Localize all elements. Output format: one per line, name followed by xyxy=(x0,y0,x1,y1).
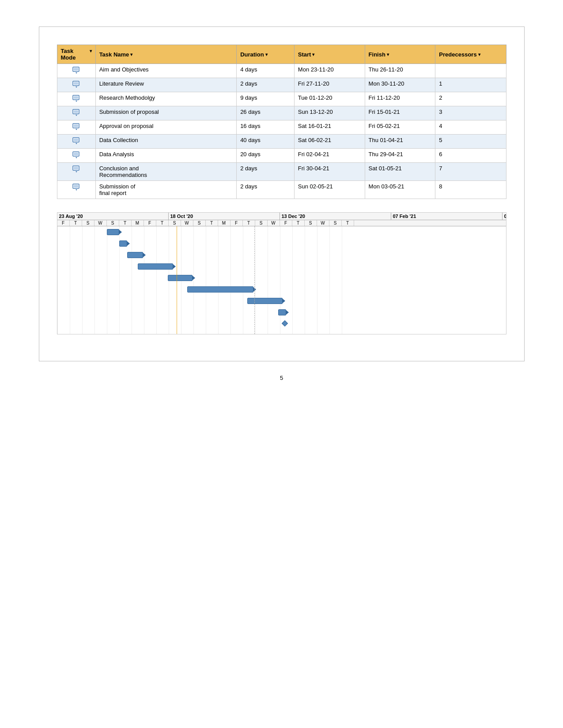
gantt-dotted-line xyxy=(254,226,255,334)
task-predecessors-cell: 2 xyxy=(435,92,506,106)
task-duration-cell: 2 days xyxy=(237,181,295,199)
task-name-cell: Submission of proposal xyxy=(95,106,237,120)
svg-marker-25 xyxy=(76,189,77,191)
task-predecessors-cell: 4 xyxy=(435,120,506,135)
task-mode-cell xyxy=(57,181,95,199)
start-sort-icon: ▾ xyxy=(312,52,314,57)
gantt-day-cell: T xyxy=(156,220,169,226)
page-number: 5 xyxy=(280,375,283,381)
task-mode-icon xyxy=(72,183,81,191)
page-wrapper: Task Mode ▾ Task Name ▾ Duration ▾ xyxy=(39,26,525,361)
gantt-arrow xyxy=(286,310,289,315)
gantt-bar xyxy=(187,286,253,293)
col-header-task-name[interactable]: Task Name ▾ xyxy=(95,45,237,64)
task-finish-cell: Thu 01-04-21 xyxy=(365,135,435,149)
svg-marker-1 xyxy=(76,72,77,74)
gantt-row xyxy=(57,249,354,261)
gantt-bar xyxy=(119,240,127,247)
task-mode-icon xyxy=(72,80,81,88)
task-finish-cell: Thu 26-11-20 xyxy=(365,64,435,78)
svg-marker-22 xyxy=(76,171,77,173)
gantt-bar xyxy=(107,229,119,235)
gantt-day-cell: S xyxy=(169,220,181,226)
svg-marker-13 xyxy=(76,129,77,130)
gantt-day-cell: T xyxy=(243,220,255,226)
task-mode-cell xyxy=(57,78,95,92)
task-predecessors-cell: 3 xyxy=(435,106,506,120)
gantt-month-cell: 18 Oct '20 xyxy=(169,213,280,220)
task-predecessors-cell: 6 xyxy=(435,149,506,163)
task-predecessors-cell: 5 xyxy=(435,135,506,149)
gantt-bar xyxy=(168,275,193,281)
task-mode-icon xyxy=(72,137,81,145)
svg-rect-20 xyxy=(74,153,78,155)
gantt-arrow xyxy=(143,253,146,257)
svg-rect-2 xyxy=(74,68,78,71)
svg-marker-4 xyxy=(76,86,77,88)
gantt-arrow xyxy=(283,299,285,303)
task-mode-label: Task Mode xyxy=(61,48,88,61)
gantt-day-cell: S xyxy=(255,220,268,226)
task-table: Task Mode ▾ Task Name ▾ Duration ▾ xyxy=(57,45,506,199)
gantt-month-row: 23 Aug '2018 Oct '2013 Dec '2007 Feb '21… xyxy=(57,213,506,220)
task-duration-cell: 40 days xyxy=(237,135,295,149)
gantt-day-cell: S xyxy=(82,220,94,226)
task-name-cell: Data Analysis xyxy=(95,149,237,163)
task-start-cell: Sun 02-05-21 xyxy=(294,181,365,199)
start-label: Start xyxy=(298,51,311,58)
svg-rect-26 xyxy=(74,185,78,188)
gantt-day-cell: S xyxy=(305,220,317,226)
gantt-day-cell: S xyxy=(329,220,342,226)
gantt-day-cell: T xyxy=(342,220,354,226)
gantt-day-cell: S xyxy=(107,220,119,226)
task-start-cell: Sat 06-02-21 xyxy=(294,135,365,149)
gantt-day-cell: F xyxy=(144,220,156,226)
gantt-day-cell: T xyxy=(292,220,305,226)
task-mode-cell xyxy=(57,120,95,135)
finish-label: Finish xyxy=(369,51,385,58)
task-finish-cell: Fri 11-12-20 xyxy=(365,92,435,106)
task-mode-cell xyxy=(57,106,95,120)
col-header-duration[interactable]: Duration ▾ xyxy=(237,45,295,64)
gantt-bar xyxy=(138,263,173,270)
gantt-arrow xyxy=(127,241,130,246)
gantt-day-cell: F xyxy=(280,220,292,226)
gantt-day-cell: M xyxy=(218,220,230,226)
svg-marker-10 xyxy=(76,115,77,116)
col-header-task-mode[interactable]: Task Mode ▾ xyxy=(57,45,95,64)
task-name-cell: Approval on proposal xyxy=(95,120,237,135)
svg-rect-11 xyxy=(74,110,78,113)
gantt-arrow xyxy=(173,264,176,269)
task-predecessors-cell xyxy=(435,64,506,78)
col-header-predecessors[interactable]: Predecessors ▾ xyxy=(435,45,506,64)
gantt-day-cell: F xyxy=(230,220,243,226)
task-mode-icon xyxy=(72,165,81,173)
task-predecessors-cell: 1 xyxy=(435,78,506,92)
task-mode-icon xyxy=(72,66,81,74)
svg-rect-14 xyxy=(74,124,78,127)
gantt-body xyxy=(57,226,354,334)
gantt-day-cell: W xyxy=(181,220,193,226)
svg-rect-17 xyxy=(74,139,78,141)
today-line xyxy=(177,226,177,334)
gantt-day-cell: W xyxy=(94,220,107,226)
col-header-start[interactable]: Start ▾ xyxy=(294,45,365,64)
task-name-cell: Research Methodolgy xyxy=(95,92,237,106)
task-predecessors-cell: 7 xyxy=(435,163,506,181)
duration-label: Duration xyxy=(240,51,264,58)
svg-marker-16 xyxy=(76,143,77,144)
col-header-finish[interactable]: Finish ▾ xyxy=(365,45,435,64)
task-name-cell: Data Collection xyxy=(95,135,237,149)
task-mode-icon xyxy=(72,109,81,116)
task-name-cell: Literature Review xyxy=(95,78,237,92)
gantt-row xyxy=(57,272,354,284)
task-duration-cell: 16 days xyxy=(237,120,295,135)
task-mode-cell xyxy=(57,163,95,181)
gantt-day-cell: T xyxy=(206,220,218,226)
pred-sort-icon: ▾ xyxy=(478,52,480,57)
task-finish-cell: Fri 05-02-21 xyxy=(365,120,435,135)
task-name-text: Data Analysis xyxy=(99,151,134,158)
gantt-row xyxy=(57,226,354,238)
finish-sort-icon: ▾ xyxy=(387,52,389,57)
task-name-text: Submission offinal report xyxy=(99,183,136,196)
